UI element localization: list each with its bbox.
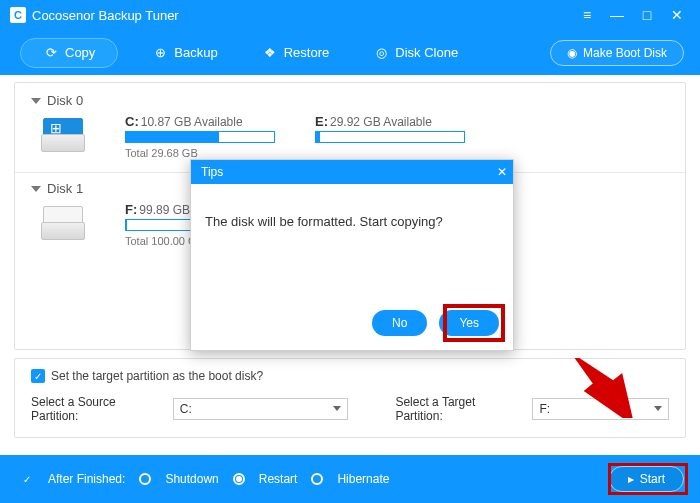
radio-restart-label: Restart [259,472,298,486]
start-button-label: Start [640,472,665,486]
dialog-close-icon[interactable]: ✕ [497,165,507,179]
boot-partition-label: Set the target partition as the boot dis… [51,369,263,383]
tab-backup[interactable]: ⊕ Backup [142,39,227,67]
maximize-button[interactable]: □ [632,0,662,30]
menu-button[interactable]: ≡ [572,0,602,30]
copy-icon: ⟳ [43,45,59,61]
close-button[interactable]: ✕ [662,0,692,30]
chevron-down-icon [333,406,341,411]
make-boot-disk-button[interactable]: ◉ Make Boot Disk [550,40,684,66]
disk1-title: Disk 1 [47,181,83,196]
start-button[interactable]: ▸ Start [609,466,684,492]
options-panel: ✓ Set the target partition as the boot d… [14,358,686,438]
tab-restore-label: Restore [284,45,330,60]
tab-disk-clone[interactable]: ◎ Disk Clone [363,39,468,67]
radio-shutdown-label: Shutdown [165,472,218,486]
partition-c-total: Total 29.68 GB [125,147,275,159]
partition-c-usage-bar [125,131,275,143]
target-partition-value: F: [539,402,550,416]
radio-restart[interactable] [233,473,245,485]
partition-c-label: C:10.87 GB Available [125,114,275,129]
play-icon: ▸ [628,472,634,486]
app-logo: C [10,7,26,23]
dialog-message: The disk will be formatted. Start copyin… [205,214,443,229]
partition-e-label: E:29.92 GB Available [315,114,465,129]
app-title: Cocosenor Backup Tuner [32,8,179,23]
disk1-drive-icon [41,206,85,240]
restore-icon: ❖ [262,45,278,61]
tab-copy-label: Copy [65,45,95,60]
footer-bar: ✓ After Finished: Shutdown Restart Hiber… [0,455,700,503]
tab-backup-label: Backup [174,45,217,60]
source-partition-select[interactable]: C: [173,398,348,420]
chevron-down-icon [654,406,662,411]
disk0-drive-icon: ⊞ [41,118,85,152]
dialog-title: Tips [201,165,223,179]
chevron-down-icon [31,186,41,192]
target-partition-select[interactable]: F: [532,398,669,420]
disk-clone-icon: ◎ [373,45,389,61]
radio-hibernate-label: Hibernate [337,472,389,486]
radio-hibernate[interactable] [311,473,323,485]
yes-button[interactable]: Yes [439,310,499,336]
partition-e-usage-bar [315,131,465,143]
tips-dialog: Tips ✕ The disk will be formatted. Start… [190,159,514,351]
tab-copy[interactable]: ⟳ Copy [20,38,118,68]
make-boot-disk-label: Make Boot Disk [583,46,667,60]
disk0-header[interactable]: Disk 0 [31,93,669,108]
after-finished-label: After Finished: [48,472,125,486]
chevron-down-icon [31,98,41,104]
tab-restore[interactable]: ❖ Restore [252,39,340,67]
disk0-title: Disk 0 [47,93,83,108]
after-finished-checkbox[interactable]: ✓ [20,472,34,486]
tab-disk-clone-label: Disk Clone [395,45,458,60]
source-partition-label: Select a Source Partition: [31,395,163,423]
target-partition-label: Select a Target Partition: [395,395,522,423]
main-toolbar: ⟳ Copy ⊕ Backup ❖ Restore ◎ Disk Clone ◉… [0,30,700,75]
no-button[interactable]: No [372,310,427,336]
boot-disk-icon: ◉ [567,46,577,60]
boot-partition-checkbox[interactable]: ✓ [31,369,45,383]
minimize-button[interactable]: — [602,0,632,30]
radio-shutdown[interactable] [139,473,151,485]
title-bar: C Cocosenor Backup Tuner ≡ — □ ✕ [0,0,700,30]
backup-icon: ⊕ [152,45,168,61]
source-partition-value: C: [180,402,192,416]
